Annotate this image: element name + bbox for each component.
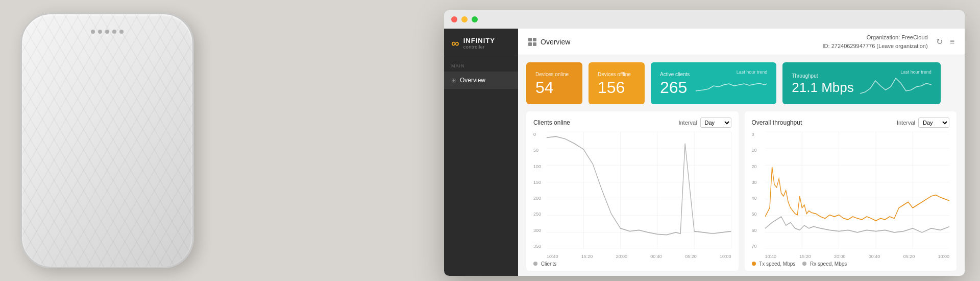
throughput-card: Throughput 21.1 Mbps Last hour trend (782, 62, 940, 104)
active-clients-trend-chart (696, 76, 767, 97)
led-1 (91, 30, 95, 34)
maximize-button[interactable] (472, 16, 478, 22)
org-info: Organization: FreeCloud ID: 272406299477… (823, 33, 928, 50)
device-shape (20, 13, 194, 268)
throughput-label: Throughput (792, 73, 853, 79)
tx-legend-label: Tx speed, Mbps (759, 261, 795, 267)
throughput-x-labels: 10:40 15:20 20:00 00:40 05:20 10:00 (765, 254, 950, 259)
devices-online-card: Devices online 54 (526, 62, 582, 104)
clients-y-labels: 350 300 250 200 150 100 50 0 (533, 132, 547, 249)
header-icons: ↻ ≡ (936, 37, 954, 46)
sidebar-item-label: Overview (460, 77, 485, 84)
active-clients-text: Active clients 265 (660, 72, 690, 96)
devices-online-value: 54 (535, 79, 573, 96)
led-2 (98, 30, 102, 34)
throughput-chart-body: 70 60 50 40 30 20 10 0 (752, 132, 950, 259)
throughput-interval-select[interactable]: Day Week Month (918, 118, 949, 128)
clients-x-labels: 10:40 15:20 20:00 00:40 05:20 10:00 (547, 254, 731, 259)
logo-title: INFINITY (463, 37, 495, 44)
clients-online-chart-card: Clients online Interval Day Week Month (526, 111, 739, 271)
logo-subtitle: controller (463, 44, 495, 50)
throughput-chart-svg-area (765, 132, 950, 249)
active-clients-trend-area: Last hour trend (696, 69, 767, 97)
throughput-chart-header: Overall throughput Interval Day Week Mon… (752, 118, 950, 128)
logo-text: INFINITY controller (463, 37, 495, 50)
devices-offline-label: Devices offline (598, 72, 635, 77)
org-id: ID: 27240629947776 (Leave organization) (823, 42, 928, 51)
clients-chart-svg-area (547, 132, 731, 249)
browser-content: ∞ INFINITY controller MAIN ⊞ Overview (444, 29, 965, 276)
tx-legend-dot (752, 262, 756, 266)
rx-legend-label: Rx speed, Mbps (810, 261, 847, 267)
clients-interval-select[interactable]: Day Week Month (700, 118, 731, 128)
clients-chart-svg (547, 132, 731, 249)
clients-legend: Clients (533, 261, 731, 267)
throughput-text: Throughput 21.1 Mbps (792, 73, 853, 94)
charts-row: Clients online Interval Day Week Month (518, 111, 965, 276)
rx-legend-dot (802, 262, 806, 266)
active-clients-trend-label: Last hour trend (737, 69, 768, 75)
menu-icon[interactable]: ≡ (950, 37, 954, 46)
org-label: Organization: FreeCloud (823, 33, 928, 42)
header-right: Organization: FreeCloud ID: 272406299477… (823, 33, 954, 50)
sidebar: ∞ INFINITY controller MAIN ⊞ Overview (444, 29, 518, 276)
org-id-text: ID: 27240629947776 (Leave organization) (823, 43, 928, 49)
device-leds (91, 30, 124, 34)
throughput-trend-chart (860, 76, 932, 97)
throughput-trend-area: Last hour trend (860, 69, 932, 97)
clients-legend-label: Clients (541, 261, 557, 267)
clients-chart-body: 350 300 250 200 150 100 50 0 (533, 132, 731, 259)
throughput-chart-title: Overall throughput (752, 119, 802, 126)
devices-offline-value: 156 (598, 79, 635, 96)
browser-titlebar (444, 10, 965, 29)
throughput-legend: Tx speed, Mbps Rx speed, Mbps (752, 261, 950, 267)
throughput-interval-label: Interval (897, 120, 915, 126)
main-content: Overview Organization: FreeCloud ID: 272… (518, 29, 965, 276)
page-icon (528, 38, 536, 46)
active-clients-card: Active clients 265 Last hour trend (651, 62, 776, 104)
throughput-value: 21.1 Mbps (792, 81, 853, 94)
tx-legend-item: Tx speed, Mbps (752, 261, 796, 267)
sidebar-section-label: MAIN (444, 56, 518, 72)
page-title: Overview (541, 38, 570, 46)
clients-legend-dot (533, 262, 537, 266)
browser-window: ∞ INFINITY controller MAIN ⊞ Overview (444, 10, 965, 276)
clients-chart-title: Clients online (533, 119, 570, 126)
throughput-chart-card: Overall throughput Interval Day Week Mon… (745, 111, 957, 271)
throughput-trend-label: Last hour trend (900, 69, 932, 75)
stats-row: Devices online 54 Devices offline 156 Ac… (518, 55, 965, 111)
throughput-chart-svg (765, 132, 950, 249)
device-background (0, 0, 214, 281)
close-button[interactable] (451, 16, 457, 22)
minimize-button[interactable] (461, 16, 468, 22)
throughput-chart-interval: Interval Day Week Month (897, 118, 949, 128)
clients-chart-interval: Interval Day Week Month (678, 118, 731, 128)
sidebar-item-overview[interactable]: ⊞ Overview (444, 72, 518, 89)
refresh-icon[interactable]: ↻ (936, 37, 943, 46)
sidebar-logo: ∞ INFINITY controller (444, 29, 518, 56)
page-title-area: Overview (528, 38, 570, 46)
throughput-y-labels: 70 60 50 40 30 20 10 0 (752, 132, 765, 249)
clients-legend-item: Clients (533, 261, 556, 267)
overview-icon: ⊞ (451, 77, 456, 84)
led-5 (119, 30, 124, 34)
active-clients-label: Active clients (660, 72, 690, 77)
clients-interval-label: Interval (678, 120, 697, 126)
main-header: Overview Organization: FreeCloud ID: 272… (518, 29, 965, 55)
led-4 (112, 30, 116, 34)
rx-legend-item: Rx speed, Mbps (802, 261, 847, 267)
active-clients-value: 265 (660, 79, 690, 96)
clients-chart-header: Clients online Interval Day Week Month (533, 118, 731, 128)
led-3 (105, 30, 109, 34)
infinity-icon: ∞ (451, 38, 459, 49)
devices-online-label: Devices online (535, 72, 573, 77)
devices-offline-card: Devices offline 156 (589, 62, 645, 104)
